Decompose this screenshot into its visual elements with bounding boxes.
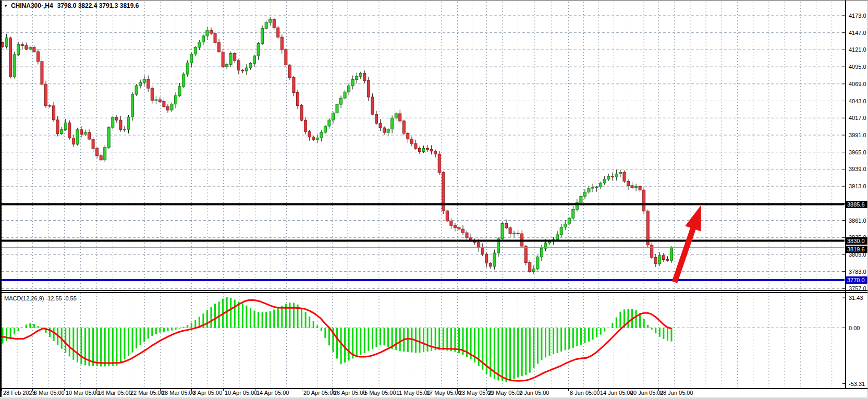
candle-bull: [253, 56, 256, 63]
macd-histogram-bar: [116, 328, 117, 366]
candle-bear: [505, 224, 508, 228]
candle-bull: [493, 253, 496, 266]
macd-histogram-bar: [214, 304, 216, 328]
candle-bull: [351, 80, 354, 86]
candle-bear: [304, 120, 307, 132]
macd-histogram-bar: [69, 328, 70, 357]
candle-bear: [371, 97, 374, 114]
macd-histogram-bar: [450, 328, 452, 352]
candle-bear: [367, 80, 370, 97]
price-axis-label: 3861.0: [849, 217, 866, 224]
macd-histogram-bar: [124, 328, 125, 360]
macd-histogram-bar: [659, 328, 661, 337]
macd-histogram-bar: [604, 328, 605, 332]
candle-bear: [454, 225, 456, 227]
price-axis-label: 4121.0: [849, 46, 866, 53]
candle-bear: [410, 139, 413, 143]
candle-bull: [580, 196, 582, 202]
candle-bear: [285, 50, 287, 65]
candle-bull: [206, 30, 209, 36]
candle-bull: [143, 79, 145, 82]
candle-bull: [190, 54, 193, 63]
candle-bear: [643, 190, 645, 211]
macd-histogram-bar: [438, 328, 440, 350]
candle-bear: [631, 186, 633, 188]
candle-bear: [158, 100, 161, 101]
candle-bull: [198, 42, 201, 47]
macd-histogram-bar: [72, 328, 74, 360]
candle-bull: [13, 55, 16, 77]
macd-histogram-bar: [254, 310, 255, 328]
time-axis-label: 11 May 05:00: [396, 389, 431, 396]
candle-bull: [572, 209, 574, 218]
macd-histogram-bar: [670, 328, 672, 342]
candle-bull: [568, 218, 570, 224]
candle-bull: [328, 120, 331, 126]
candle-bear: [277, 28, 279, 37]
macd-histogram-bar: [163, 328, 165, 332]
candle-bear: [163, 101, 165, 106]
macd-histogram-bar: [565, 328, 566, 350]
macd-histogram-bar: [100, 328, 102, 367]
macd-histogram-bar: [305, 312, 307, 328]
candle-bull: [320, 132, 323, 138]
macd-histogram-bar: [384, 328, 385, 346]
candle-bear: [466, 233, 468, 238]
candle-bull: [60, 130, 63, 134]
candle-bear: [92, 139, 94, 149]
time-axis-label: 28 Jun 05:00: [660, 389, 693, 396]
macd-histogram-bar: [37, 326, 39, 328]
macd-histogram-bar: [148, 328, 149, 339]
macd-histogram-bar: [395, 328, 397, 350]
candle-bear: [379, 123, 382, 128]
candle-bull: [556, 235, 559, 240]
candle-bull: [395, 114, 397, 118]
candle-bull: [658, 256, 661, 263]
macd-histogram-bar: [612, 323, 613, 328]
macd-histogram-bar: [387, 328, 389, 347]
chart-canvas[interactable]: [0, 0, 868, 399]
candle-bear: [517, 233, 519, 234]
candle-bear: [72, 138, 75, 144]
candle-bear: [450, 221, 453, 225]
candle-bull: [603, 179, 606, 183]
macd-histogram-bar: [588, 328, 590, 342]
candle-bull: [229, 54, 232, 65]
candle-bear: [151, 88, 153, 100]
candle-bear: [292, 78, 295, 93]
macd-histogram-bar: [324, 328, 326, 338]
candle-bull: [540, 248, 543, 257]
macd-histogram-bar: [187, 325, 188, 328]
candle-bull: [155, 100, 157, 100]
candle-bear: [489, 263, 492, 267]
trend-arrow-annotation[interactable]: [675, 205, 701, 282]
candle-bull: [348, 86, 350, 92]
macd-histogram-bar: [175, 328, 177, 330]
macd-histogram-bar: [344, 328, 346, 363]
time-axis-label: 14 Jun 05:00: [600, 389, 633, 396]
candle-bear: [485, 254, 488, 263]
macd-histogram-bar: [132, 328, 133, 353]
macd-histogram-bar: [663, 328, 664, 340]
candle-bull: [607, 176, 610, 179]
candle-bull: [226, 64, 228, 66]
macd-histogram-bar: [262, 312, 263, 328]
macd-histogram-bar: [584, 328, 585, 343]
candle-bull: [583, 192, 586, 196]
macd-histogram-bar: [619, 312, 621, 328]
candle-bull: [332, 113, 334, 120]
macd-histogram: [2, 297, 673, 382]
macd-histogram-bar: [2, 328, 4, 344]
candle-bear: [509, 228, 511, 234]
candle-bull: [391, 118, 394, 129]
candle-bull: [123, 129, 126, 130]
candle-bear: [48, 106, 51, 106]
macd-histogram-bar: [541, 328, 542, 360]
candle-bear: [308, 131, 311, 137]
candle-bear: [312, 137, 315, 140]
candle-bull: [182, 74, 185, 87]
macd-histogram-bar: [293, 303, 295, 328]
candle-bull: [265, 22, 267, 28]
candle-bear: [210, 30, 212, 33]
candle-bear: [430, 149, 433, 151]
